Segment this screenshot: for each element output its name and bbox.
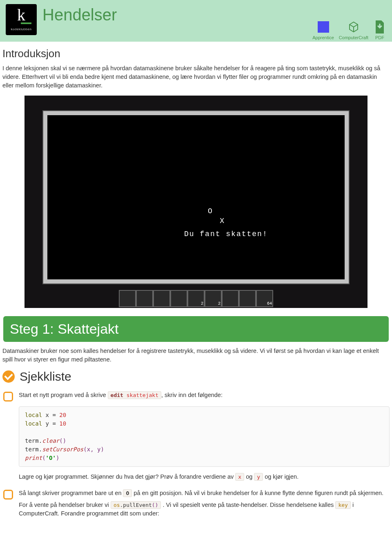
text: For å vente på hendelser bruker vi bbox=[19, 502, 111, 508]
tag-computercraft[interactable]: ComputerCraft bbox=[339, 20, 368, 40]
os: os bbox=[114, 502, 120, 508]
func: print bbox=[25, 455, 42, 461]
tag-pdf[interactable]: PDF bbox=[373, 20, 386, 40]
step-1-lead: Datamaskiner bruker noe som kalles hende… bbox=[2, 347, 390, 364]
inline-code-x: x bbox=[235, 473, 244, 481]
main-content: Introduksjon I denne leksjonen skal vi s… bbox=[0, 42, 392, 533]
checklist-item-1: Start et nytt program ved å skrive edit … bbox=[3, 391, 390, 401]
inline-code-pullevent: os.pullEvent() bbox=[111, 501, 161, 509]
inline-code-O: O bbox=[123, 489, 132, 497]
kw: local bbox=[25, 412, 42, 418]
hotbar-slot: 2 bbox=[187, 290, 205, 307]
paren: () bbox=[152, 502, 158, 508]
checklist-title: Sjekkliste bbox=[20, 370, 71, 384]
tag-pdf-label: PDF bbox=[375, 35, 384, 40]
screen-frame: O X Du fant skatten! bbox=[43, 111, 349, 283]
apprentice-icon bbox=[317, 20, 330, 33]
checklist-item-2: Så langt skriver programmet bare ut en O… bbox=[3, 489, 390, 520]
hotbar-slot bbox=[239, 290, 256, 307]
tag-apprentice-label: Apprentice bbox=[312, 35, 334, 40]
checklist-item-1-body: Start et nytt program ved å skrive edit … bbox=[19, 391, 390, 400]
header: k kodeklubben Hendelser Apprentice Compu… bbox=[0, 0, 392, 42]
intro-paragraph: I denne leksjonen skal vi se nærmere på … bbox=[2, 64, 390, 90]
logo-letter: k bbox=[17, 7, 25, 23]
logo: k kodeklubben bbox=[6, 4, 37, 35]
txt: term. bbox=[25, 437, 42, 444]
func: setCursorPos bbox=[42, 446, 83, 453]
intro-heading: Introduksjon bbox=[2, 47, 390, 60]
pun: ) bbox=[56, 455, 59, 461]
pe: pullEvent bbox=[123, 502, 151, 508]
num: 20 bbox=[59, 412, 66, 418]
pun: () bbox=[59, 437, 66, 444]
txt: y = bbox=[42, 420, 59, 427]
logo-underscore bbox=[21, 22, 31, 24]
txt: term. bbox=[25, 446, 42, 453]
cube-icon bbox=[347, 20, 360, 33]
txt: x = bbox=[42, 412, 59, 418]
pun: (x, y) bbox=[83, 446, 104, 453]
tag-cc-label: ComputerCraft bbox=[339, 35, 368, 40]
logo-text: kodeklubben bbox=[11, 27, 32, 31]
download-icon bbox=[373, 20, 386, 33]
text: og bbox=[246, 473, 254, 480]
text: Lagre og kjør programmet. Skjønner du hv… bbox=[19, 473, 235, 480]
checkbox[interactable] bbox=[3, 392, 13, 401]
cmd-edit: edit bbox=[111, 392, 123, 398]
cmd-arg: skattejakt bbox=[127, 392, 158, 398]
text: . Vi vil spesielt vente på taste-hendels… bbox=[163, 502, 336, 508]
text: og kjør igjen. bbox=[265, 473, 298, 480]
checkbox[interactable] bbox=[3, 490, 13, 500]
screenshot: O X Du fant skatten! 2 2 64 bbox=[24, 96, 368, 308]
str: 'O' bbox=[46, 455, 56, 461]
inline-code-y: y bbox=[254, 473, 263, 481]
hotbar: 2 2 64 bbox=[119, 290, 273, 307]
kw: local bbox=[25, 420, 42, 427]
checklist-item-2-body: Så langt skriver programmet bare ut en O… bbox=[19, 489, 390, 520]
hotbar-slot bbox=[136, 290, 153, 307]
inline-code-edit: edit skattejakt bbox=[108, 391, 161, 399]
checklist-heading: Sjekkliste bbox=[2, 370, 390, 384]
text: Så langt skriver programmet bare ut en bbox=[19, 490, 123, 496]
after-code-1: Lagre og kjør programmet. Skjønner du hv… bbox=[19, 473, 390, 482]
pun: ( bbox=[42, 455, 45, 461]
screen-message: Du fant skatten! bbox=[184, 230, 268, 238]
hotbar-slot: 2 bbox=[205, 290, 222, 307]
step-1-banner: Steg 1: Skattejakt bbox=[3, 316, 389, 342]
check-icon bbox=[2, 370, 15, 383]
hotbar-slot bbox=[119, 290, 136, 307]
screen-o: O bbox=[208, 207, 213, 215]
num: 10 bbox=[59, 420, 66, 427]
text: på en gitt posisjon. Nå vil vi bruke hen… bbox=[134, 490, 383, 496]
hotbar-slot bbox=[170, 290, 187, 307]
hotbar-slot: 64 bbox=[256, 290, 273, 307]
text: , skriv inn det følgende: bbox=[161, 392, 223, 398]
tag-apprentice[interactable]: Apprentice bbox=[312, 20, 334, 40]
page-title: Hendelser bbox=[42, 6, 117, 24]
header-tags: Apprentice ComputerCraft PDF bbox=[312, 4, 386, 40]
hotbar-slot bbox=[153, 290, 170, 307]
hotbar-slot bbox=[222, 290, 239, 307]
screen-x: X bbox=[220, 217, 225, 225]
text: Start et nytt program ved å skrive bbox=[19, 392, 108, 398]
func: clear bbox=[42, 437, 59, 444]
inline-code-key: key bbox=[335, 501, 350, 509]
code-block-1: local x = 20 local y = 10 term.clear() t… bbox=[19, 406, 390, 467]
